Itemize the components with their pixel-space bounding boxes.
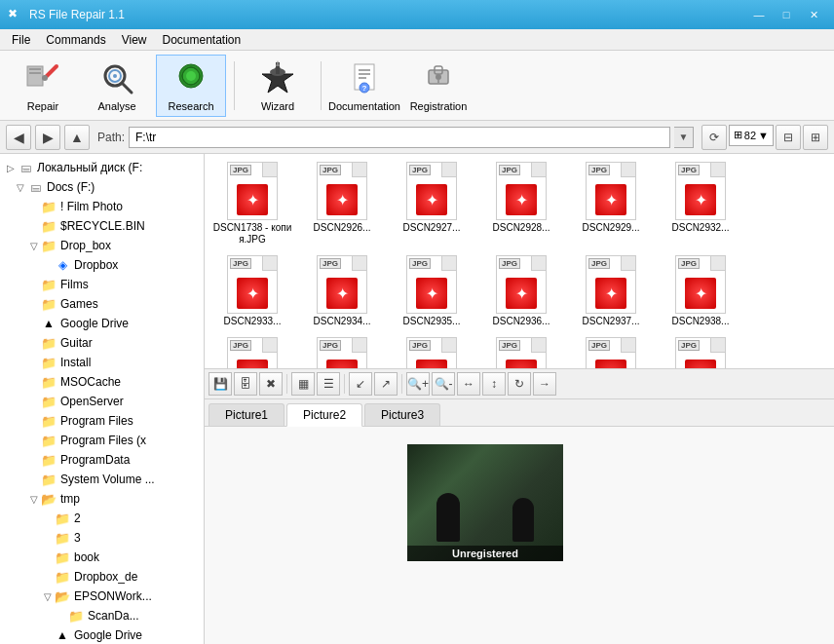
- tree-item-gdrive2[interactable]: ▲ Google Drive: [0, 625, 204, 644]
- file-item[interactable]: JPGDSCN2940...: [298, 333, 386, 368]
- tree-item-install[interactable]: 📁 Install: [0, 353, 204, 372]
- file-item[interactable]: JPGDSCN2942...: [477, 333, 565, 368]
- tree-item-progfiles[interactable]: 📁 Program Files: [0, 411, 204, 431]
- tree-toggle[interactable]: [27, 319, 41, 329]
- tree-toggle[interactable]: ▽: [41, 591, 55, 602]
- file-item[interactable]: JPGDSCN2929...: [567, 158, 655, 249]
- tree-item-scanda[interactable]: 📁 ScanDa...: [0, 606, 204, 625]
- minimize-button[interactable]: —: [746, 5, 772, 24]
- tree-item-docs[interactable]: ▽ 🖴 Docs (F:): [0, 177, 204, 197]
- file-item[interactable]: JPGDSCN2939...: [208, 333, 296, 368]
- tab-picture1[interactable]: Picture1: [208, 403, 284, 426]
- tree-toggle[interactable]: [27, 358, 41, 368]
- tree-item-guitar[interactable]: 📁 Guitar: [0, 333, 204, 353]
- tree-toggle[interactable]: [41, 572, 55, 583]
- tree-toggle[interactable]: [41, 630, 55, 641]
- tree-item-msocache[interactable]: 📁 MSOCache: [0, 372, 204, 392]
- tree-item-filmphoto[interactable]: 📁 ! Film Photo: [0, 197, 204, 216]
- bt-list-button[interactable]: ☰: [317, 372, 340, 396]
- tab-picture2[interactable]: Picture2: [286, 403, 362, 427]
- tree-toggle[interactable]: ▽: [27, 494, 41, 505]
- menu-view[interactable]: View: [114, 31, 155, 49]
- tree-toggle[interactable]: ▷: [4, 163, 18, 173]
- tree-item-gdrive[interactable]: ▲ Google Drive: [0, 314, 204, 333]
- close-button[interactable]: ✕: [801, 5, 826, 24]
- file-item[interactable]: JPGDSCN2928...: [477, 158, 565, 249]
- tree-item-2[interactable]: 📁 2: [0, 509, 204, 528]
- file-item[interactable]: JPGDSCN2935...: [388, 251, 475, 331]
- tree-item-tmp[interactable]: ▽ 📂 tmp: [0, 489, 204, 509]
- tree-toggle[interactable]: ▽: [27, 241, 41, 251]
- bt-zoom-out-button[interactable]: 🔍-: [432, 372, 455, 396]
- file-item[interactable]: JPGDSCN1738 - копия.JPG: [208, 158, 296, 249]
- wizard-button[interactable]: Wizard: [243, 55, 313, 117]
- path-dropdown-arrow[interactable]: ▼: [674, 127, 694, 148]
- file-item[interactable]: JPGDSCN2944...: [657, 333, 744, 368]
- tree-item-dropbox-de[interactable]: 📁 Dropbox_de: [0, 567, 204, 587]
- tree-toggle[interactable]: [55, 611, 68, 622]
- analyse-button[interactable]: Analyse: [82, 55, 152, 117]
- bt-rotate-button[interactable]: ↻: [508, 372, 531, 396]
- tree-item-programdata[interactable]: 📁 ProgramData: [0, 450, 204, 470]
- file-item[interactable]: JPGDSCN2938...: [657, 251, 744, 331]
- tree-toggle[interactable]: [27, 377, 41, 388]
- file-item[interactable]: JPGDSCN2943...: [567, 333, 655, 368]
- tree-toggle[interactable]: [27, 436, 41, 446]
- documentation-button[interactable]: ? Documentation: [329, 55, 399, 117]
- menu-file[interactable]: File: [4, 31, 38, 49]
- tree-item-epsonwork[interactable]: ▽ 📂 EPSONWork...: [0, 587, 204, 606]
- tree-toggle[interactable]: [27, 221, 41, 232]
- tree-item-dropbox[interactable]: ▽ 📁 Drop_box: [0, 236, 204, 255]
- research-button[interactable]: Research: [156, 55, 226, 117]
- tree-toggle[interactable]: [27, 397, 41, 407]
- file-item[interactable]: JPGDSCN2937...: [567, 251, 655, 331]
- tree-item-dropbox-sub[interactable]: ◈ Dropbox: [0, 255, 204, 275]
- maximize-button[interactable]: □: [774, 5, 799, 24]
- tree-toggle[interactable]: [27, 474, 41, 485]
- tree-toggle[interactable]: [41, 513, 55, 524]
- tree-item-games[interactable]: 📁 Games: [0, 294, 204, 314]
- bt-export-button[interactable]: ↗: [374, 372, 398, 396]
- view-btn1[interactable]: ⊟: [776, 125, 801, 150]
- bt-zoom-in-button[interactable]: 🔍+: [406, 372, 430, 396]
- view-dropdown[interactable]: ⊞ 82 ▼: [729, 125, 774, 146]
- tree-toggle[interactable]: [27, 202, 41, 212]
- bt-grid-button[interactable]: ▦: [291, 372, 315, 396]
- tree-item-films[interactable]: 📁 Films: [0, 275, 204, 294]
- file-item[interactable]: JPGDSCN2926...: [298, 158, 386, 249]
- menu-commands[interactable]: Commands: [38, 31, 113, 49]
- file-item[interactable]: JPGDSCN2936...: [477, 251, 565, 331]
- tree-toggle[interactable]: [27, 299, 41, 310]
- tree-item-hdd1[interactable]: ▷ 🖴 Локальный диск (F:: [0, 158, 204, 177]
- tree-item-openserver[interactable]: 📁 OpenServer: [0, 392, 204, 411]
- tree-toggle[interactable]: [41, 552, 55, 563]
- tree-item-recycle[interactable]: 📁 $RECYCLE.BIN: [0, 216, 204, 236]
- tree-item-book[interactable]: 📁 book: [0, 548, 204, 567]
- up-button[interactable]: ▲: [64, 125, 90, 150]
- bt-delete-button[interactable]: ✖: [259, 372, 283, 396]
- tab-picture3[interactable]: Picture3: [364, 403, 440, 426]
- tree-toggle[interactable]: ▽: [14, 182, 27, 193]
- path-input[interactable]: [129, 127, 670, 148]
- bt-rotate2-button[interactable]: →: [533, 372, 556, 396]
- tree-item-sysvolume[interactable]: 📁 System Volume ...: [0, 470, 204, 489]
- bt-fitheight-button[interactable]: ↕: [482, 372, 506, 396]
- tree-toggle[interactable]: [27, 416, 41, 427]
- file-item[interactable]: JPGDSCN2933...: [208, 251, 296, 331]
- bt-import-button[interactable]: ↙: [349, 372, 372, 396]
- back-button[interactable]: ◀: [6, 125, 31, 150]
- repair-button[interactable]: Repair: [8, 55, 78, 117]
- tree-item-progfiles86[interactable]: 📁 Program Files (x: [0, 431, 204, 450]
- tree-toggle[interactable]: [41, 533, 55, 544]
- bt-save-button[interactable]: 💾: [208, 372, 232, 396]
- file-item[interactable]: JPGDSCN2934...: [298, 251, 386, 331]
- file-item[interactable]: JPGDSCN2927...: [388, 158, 475, 249]
- refresh-button[interactable]: ⟳: [701, 125, 727, 150]
- bt-fitwidth-button[interactable]: ↔: [457, 372, 480, 396]
- tree-toggle[interactable]: [27, 455, 41, 466]
- forward-button[interactable]: ▶: [35, 125, 60, 150]
- bt-save2-button[interactable]: 🗄: [234, 372, 257, 396]
- menu-documentation[interactable]: Documentation: [155, 31, 249, 49]
- file-item[interactable]: JPGDSCN2941...: [388, 333, 475, 368]
- tree-toggle[interactable]: [27, 280, 41, 290]
